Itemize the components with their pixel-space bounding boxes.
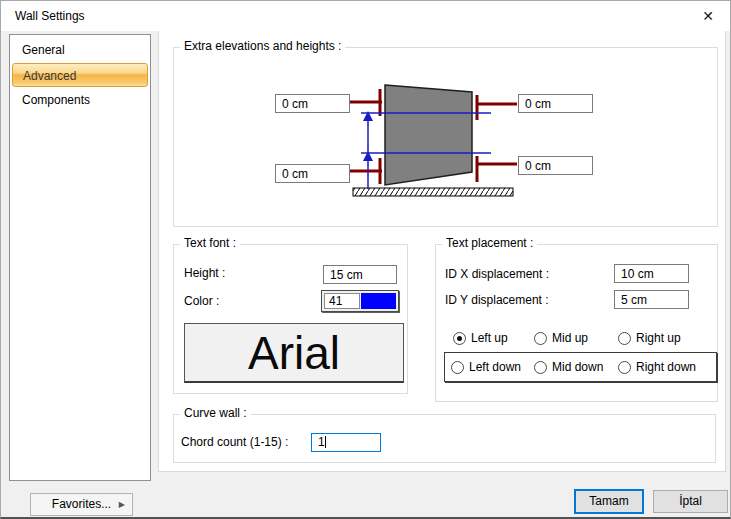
group-curve-wall-title: Curve wall : — [180, 406, 251, 420]
font-preview-button[interactable]: Arial — [184, 323, 404, 383]
chord-count-value: 1 — [318, 435, 325, 449]
radio-left-down[interactable]: Left down — [451, 360, 521, 374]
radio-right-up-dot[interactable] — [618, 332, 631, 345]
settings-tab-list: General Advanced Components — [9, 34, 151, 481]
tab-advanced[interactable]: Advanced — [12, 63, 148, 87]
radio-right-down-dot[interactable] — [618, 361, 631, 374]
id-y-displacement-input[interactable] — [614, 290, 689, 309]
radio-left-down-dot[interactable] — [451, 361, 464, 374]
radio-right-down[interactable]: Right down — [618, 360, 696, 374]
favorites-arrow-icon: ▶ — [119, 494, 125, 515]
window-title: Wall Settings — [15, 9, 85, 23]
radio-mid-up-dot[interactable] — [534, 332, 547, 345]
favorites-label: Favorites... — [52, 497, 111, 511]
group-extra-elevations: Extra elevations and heights : — [173, 47, 718, 227]
font-height-label: Height : — [184, 266, 225, 280]
title-bar: Wall Settings ✕ — [1, 1, 730, 31]
elevation-top-left-input[interactable] — [275, 94, 350, 113]
radio-left-down-label: Left down — [469, 360, 521, 374]
radio-left-up[interactable]: Left up — [453, 331, 508, 345]
color-swatch[interactable] — [361, 293, 396, 309]
close-icon[interactable]: ✕ — [698, 7, 718, 25]
chord-count-label: Chord count (1-15) : — [181, 435, 288, 449]
radio-mid-down[interactable]: Mid down — [534, 360, 603, 374]
color-number-value[interactable]: 41 — [324, 293, 360, 309]
id-x-displacement-label: ID X displacement : — [445, 267, 549, 281]
group-text-placement-title: Text placement : — [442, 236, 537, 250]
text-caret — [325, 436, 326, 448]
wall-settings-dialog: Wall Settings ✕ General Advanced Compone… — [0, 0, 731, 519]
radio-mid-down-label: Mid down — [552, 360, 603, 374]
id-y-displacement-label: ID Y displacement : — [445, 293, 549, 307]
favorites-button[interactable]: Favorites... ▶ — [30, 493, 133, 516]
elevation-bottom-left-input[interactable] — [275, 164, 350, 183]
id-x-displacement-input[interactable] — [614, 264, 689, 283]
radio-right-up-label: Right up — [636, 331, 681, 345]
radio-right-up[interactable]: Right up — [618, 331, 681, 345]
tab-general[interactable]: General — [12, 38, 148, 62]
radio-mid-up-label: Mid up — [552, 331, 588, 345]
elevation-top-right-input[interactable] — [518, 94, 593, 113]
tab-components[interactable]: Components — [12, 88, 148, 112]
radio-mid-down-dot[interactable] — [534, 361, 547, 374]
group-extra-elevations-title: Extra elevations and heights : — [180, 39, 345, 53]
radio-right-down-label: Right down — [636, 360, 696, 374]
radio-left-up-dot[interactable] — [453, 332, 466, 345]
ok-button[interactable]: Tamam — [574, 489, 644, 514]
radio-left-up-label: Left up — [471, 331, 508, 345]
font-height-input[interactable] — [323, 265, 397, 284]
group-text-font-title: Text font : — [180, 236, 240, 250]
chord-count-input[interactable]: 1 — [311, 433, 381, 452]
font-color-label: Color : — [184, 294, 219, 308]
radio-mid-up[interactable]: Mid up — [534, 331, 588, 345]
elevation-bottom-right-input[interactable] — [518, 156, 593, 175]
cancel-button[interactable]: İptal — [653, 490, 728, 513]
font-color-picker[interactable]: 41 — [321, 290, 399, 312]
